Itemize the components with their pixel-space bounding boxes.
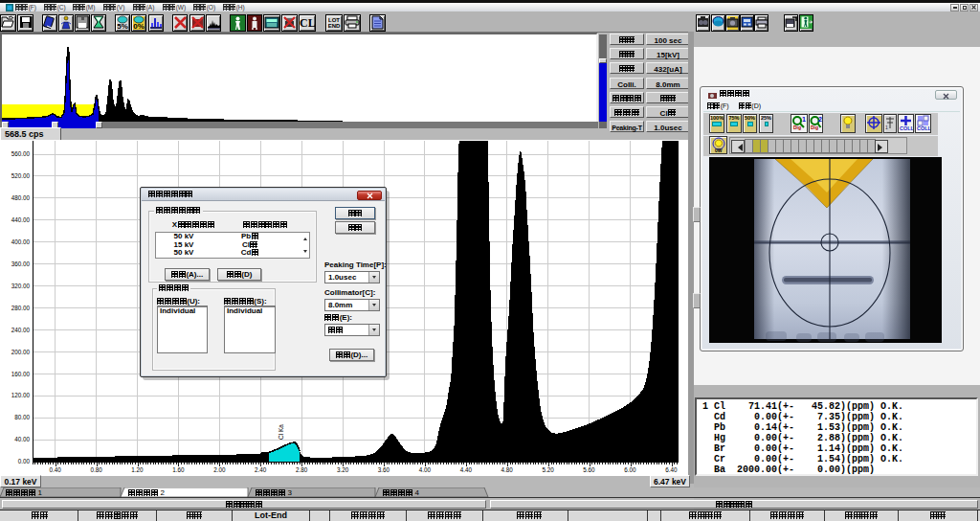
svg-text:Dig: Dig [811,125,818,130]
svg-text:0.40: 0.40 [50,466,62,473]
svg-text:80.00: 80.00 [14,414,30,420]
svg-text:40.00: 40.00 [14,436,30,442]
svg-text:560.00: 560.00 [11,150,31,157]
svg-text:COLL1: COLL1 [917,125,930,131]
svg-text:5.20: 5.20 [542,466,554,473]
svg-text:0W: 0W [715,147,723,153]
svg-text:1.20: 1.20 [131,466,144,473]
svg-text:2.00: 2.00 [213,466,226,473]
svg-text:5.60: 5.60 [583,466,595,473]
svg-text:120.00: 120.00 [11,392,31,398]
svg-text:Cl Ka: Cl Ka [278,424,284,440]
svg-text:4.80: 4.80 [501,466,514,473]
svg-text:Dig: Dig [793,125,801,130]
svg-text:400.00: 400.00 [11,238,31,245]
svg-text:240.00: 240.00 [11,327,31,333]
svg-text:160.00: 160.00 [11,371,31,377]
svg-text:280.00: 280.00 [11,305,31,311]
svg-text:6.40: 6.40 [665,466,678,473]
svg-text:2.80: 2.80 [296,466,308,473]
svg-text:1: 1 [802,116,806,123]
svg-text:3.60: 3.60 [378,466,390,473]
svg-text:440.00: 440.00 [11,216,31,223]
svg-text:0.80: 0.80 [90,466,102,473]
svg-text:0.00: 0.00 [18,458,31,464]
svg-text:2.40: 2.40 [255,466,267,473]
svg-text:360.00: 360.00 [11,260,31,267]
svg-text:2: 2 [818,116,822,123]
svg-text:520.00: 520.00 [11,172,31,179]
svg-text:6.00: 6.00 [624,466,636,473]
svg-text:0%: 0% [133,22,145,31]
svg-text:COLL1: COLL1 [900,125,913,131]
svg-text:1.60: 1.60 [172,466,185,473]
svg-text:4.00: 4.00 [419,466,432,473]
svg-text:480.00: 480.00 [11,194,31,201]
svg-text:200.00: 200.00 [11,349,31,355]
svg-text:5%: 5% [117,22,128,31]
svg-text:1: 1 [885,125,888,130]
svg-text:320.00: 320.00 [11,283,31,289]
svg-text:4.40: 4.40 [460,466,473,473]
svg-text:3.20: 3.20 [337,466,349,473]
